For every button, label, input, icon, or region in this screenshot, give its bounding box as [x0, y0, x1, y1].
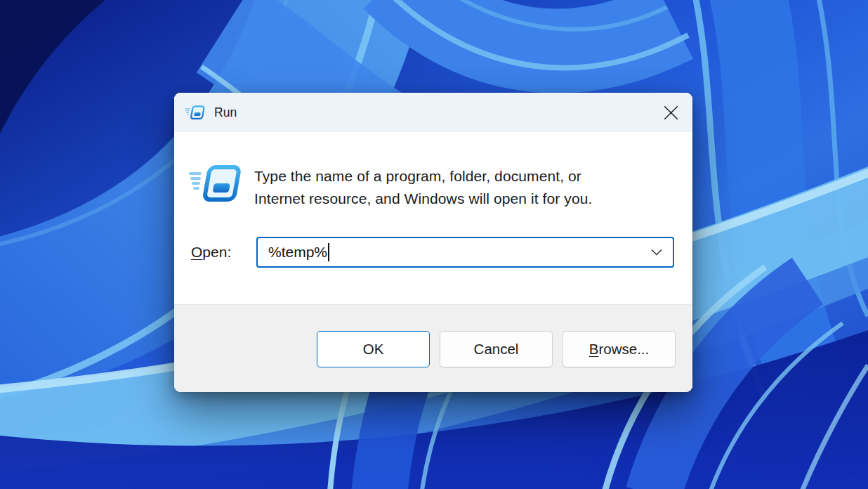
open-label: Open:	[191, 244, 231, 261]
dialog-message: Type the name of a program, folder, docu…	[254, 165, 592, 210]
dialog-body: Type the name of a program, folder, docu…	[174, 132, 692, 304]
chevron-down-icon	[651, 249, 662, 256]
close-icon	[662, 104, 680, 122]
run-icon	[185, 105, 205, 121]
window-title: Run	[214, 105, 237, 120]
run-icon-large	[188, 163, 242, 205]
desktop: Run	[0, 0, 868, 489]
open-input[interactable]: %temp%	[256, 237, 674, 268]
run-dialog: Run	[174, 93, 692, 392]
dialog-footer: OK Cancel Browse...	[174, 304, 692, 392]
ok-button[interactable]: OK	[317, 331, 430, 367]
text-caret	[328, 243, 329, 261]
close-button[interactable]	[656, 98, 685, 126]
titlebar[interactable]: Run	[174, 93, 692, 132]
open-input-value: %temp%	[268, 244, 327, 261]
cancel-button[interactable]: Cancel	[440, 331, 553, 367]
message-line-1: Type the name of a program, folder, docu…	[254, 165, 592, 188]
combo-dropdown-button[interactable]	[650, 245, 664, 260]
message-line-2: Internet resource, and Windows will open…	[254, 188, 592, 210]
browse-button[interactable]: Browse...	[563, 331, 676, 367]
